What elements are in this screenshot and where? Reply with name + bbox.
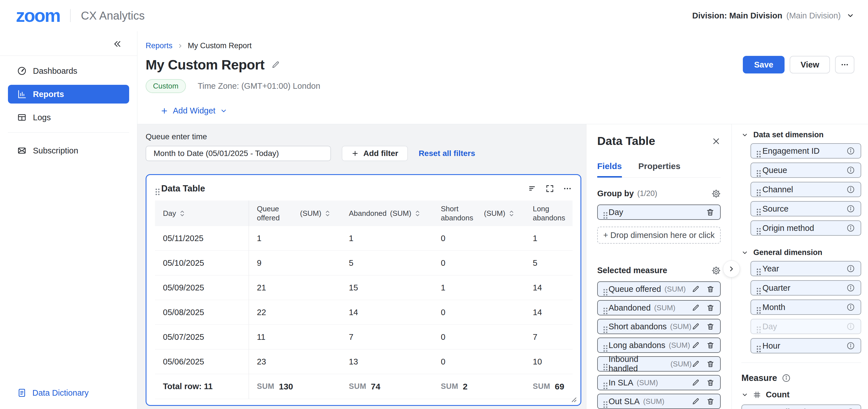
inspector-close-button[interactable] — [712, 137, 721, 146]
dimension-chip-engagement-id[interactable]: Engagement ID — [750, 143, 861, 159]
rename-report-button[interactable] — [271, 60, 280, 69]
breadcrumb-parent-link[interactable]: Reports — [146, 41, 173, 50]
total-cell: SUM 74 — [341, 374, 433, 399]
data-table: Day Queue offered (SUM) — [155, 201, 572, 399]
measure-chip-abandoned[interactable]: Abandoned (SUM) — [597, 300, 721, 315]
chip-label: Day — [763, 322, 777, 331]
general-dimension-header[interactable]: General dimension — [741, 248, 861, 257]
reset-filters-link[interactable]: Reset all filters — [419, 149, 475, 158]
column-header-abandoned[interactable]: Abandoned (SUM) — [341, 201, 433, 226]
remove-measure-button[interactable] — [707, 341, 714, 349]
dimension-chip-origin-method[interactable]: Origin method — [750, 220, 861, 236]
edit-measure-button[interactable] — [692, 379, 700, 386]
info-icon[interactable] — [846, 408, 855, 409]
drop-dimension-zone[interactable]: + Drop dimension here or click — [597, 227, 721, 244]
measure-chip-long-abandons[interactable]: Long abandons (SUM) — [597, 338, 721, 353]
sidebar-item-logs[interactable]: Logs — [8, 108, 129, 127]
info-icon[interactable] — [846, 166, 855, 174]
remove-dimension-button[interactable] — [706, 208, 714, 216]
division-selector[interactable]: Division: Main Division (Main Division) — [692, 11, 855, 21]
measure-chip-in-sla[interactable]: In SLA (SUM) — [597, 375, 721, 390]
edit-measure-button[interactable] — [692, 360, 700, 368]
chip-label: Source — [763, 204, 788, 213]
info-icon[interactable] — [846, 147, 855, 155]
widget-fullscreen-button[interactable] — [545, 184, 554, 193]
measure-group-count[interactable]: Count — [741, 390, 861, 399]
sort-icon[interactable] — [415, 210, 421, 217]
sidebar-item-reports[interactable]: Reports — [8, 85, 129, 104]
field-library-panel: Data set dimension Engagement ID Queue C… — [732, 124, 868, 409]
more-actions-button[interactable] — [835, 56, 855, 73]
inspector-header: Data Table — [597, 134, 721, 148]
edit-measure-button[interactable] — [692, 322, 700, 331]
remove-measure-button[interactable] — [707, 322, 714, 331]
remove-measure-button[interactable] — [707, 304, 714, 312]
column-header-long-abandons[interactable]: Long abandons (SUM) — [525, 201, 572, 226]
measure-chip-inbound-handled[interactable]: Inbound handled (SUM) — [597, 356, 721, 372]
sidebar-item-label: Dashboards — [33, 66, 77, 76]
chevron-down-icon — [844, 12, 855, 20]
dimension-chip-source[interactable]: Source — [750, 201, 861, 216]
group-by-chip-day[interactable]: Day — [597, 205, 721, 220]
date-range-input[interactable] — [146, 146, 331, 161]
measure-chip-queue-offered-partial[interactable]: Queue offered — [741, 405, 861, 409]
column-name: Day — [163, 209, 176, 218]
data-table-widget[interactable]: Data Table — [146, 174, 581, 406]
group-by-settings-button[interactable] — [712, 189, 721, 198]
column-header-queue-offered[interactable]: Queue offered (SUM) — [249, 201, 341, 226]
dimension-chip-year[interactable]: Year — [750, 261, 861, 276]
info-icon[interactable] — [846, 205, 855, 213]
add-widget-button[interactable]: Add Widget — [160, 106, 855, 115]
sort-icon[interactable] — [509, 210, 514, 217]
view-button[interactable]: View — [790, 56, 830, 73]
gear-icon — [712, 266, 721, 275]
total-label: Total row: 11 — [155, 374, 249, 399]
table-total-row: Total row: 11 SUM 130 SUM 74 SUM — [155, 374, 572, 399]
sidebar-item-subscription[interactable]: Subscription — [8, 141, 129, 160]
dimension-chip-channel[interactable]: Channel — [750, 182, 861, 197]
measure-chip-out-sla[interactable]: Out SLA (SUM) — [597, 394, 721, 409]
sort-icon[interactable] — [325, 210, 331, 217]
sort-icon[interactable] — [179, 210, 185, 217]
widget-more-button[interactable] — [563, 184, 572, 193]
tab-properties[interactable]: Properties — [639, 161, 680, 177]
info-icon[interactable] — [846, 185, 855, 194]
save-button[interactable]: Save — [743, 56, 785, 73]
data-set-dimension-header[interactable]: Data set dimension — [741, 131, 861, 139]
info-icon[interactable] — [782, 374, 791, 383]
info-icon[interactable] — [846, 284, 855, 292]
selected-measure-settings-button[interactable] — [712, 266, 721, 275]
info-icon[interactable] — [846, 264, 855, 273]
dimension-chip-month[interactable]: Month — [750, 300, 861, 315]
measure-chip-queue-offered[interactable]: Queue offered (SUM) — [597, 281, 721, 297]
edit-measure-button[interactable] — [692, 304, 700, 312]
workspace: Queue enter time Add filter Reset all fi… — [137, 124, 868, 409]
info-icon[interactable] — [846, 341, 855, 350]
remove-measure-button[interactable] — [707, 360, 714, 368]
column-header-day[interactable]: Day — [155, 201, 249, 226]
info-icon[interactable] — [846, 303, 855, 311]
edit-measure-button[interactable] — [692, 397, 700, 405]
library-panel-toggle-button[interactable] — [723, 260, 740, 277]
info-icon[interactable] — [846, 224, 855, 232]
sidebar-item-dashboards[interactable]: Dashboards — [8, 62, 129, 80]
widget-title: Data Table — [161, 183, 205, 194]
group-by-label: Group by — [597, 189, 634, 198]
filter-label: Queue enter time — [146, 132, 586, 141]
add-filter-button[interactable]: Add filter — [342, 146, 408, 161]
remove-measure-button[interactable] — [707, 397, 714, 405]
dimension-chip-hour[interactable]: Hour — [750, 338, 861, 353]
data-dictionary-link[interactable]: Data Dictionary — [0, 388, 137, 409]
widget-filter-button[interactable] — [528, 184, 537, 193]
remove-measure-button[interactable] — [707, 379, 714, 386]
edit-measure-button[interactable] — [692, 285, 700, 293]
edit-measure-button[interactable] — [692, 341, 700, 349]
dimension-chip-quarter[interactable]: Quarter — [750, 280, 861, 296]
column-header-short-abandons[interactable]: Short abandons (SUM) — [433, 201, 525, 226]
sidebar-collapse-button[interactable] — [113, 39, 122, 49]
dimension-chip-queue[interactable]: Queue — [750, 163, 861, 178]
tab-fields[interactable]: Fields — [597, 161, 622, 177]
remove-measure-button[interactable] — [707, 285, 714, 293]
measure-chip-short-abandons[interactable]: Short abandons (SUM) — [597, 319, 721, 334]
widget-resize-handle[interactable] — [569, 395, 577, 403]
